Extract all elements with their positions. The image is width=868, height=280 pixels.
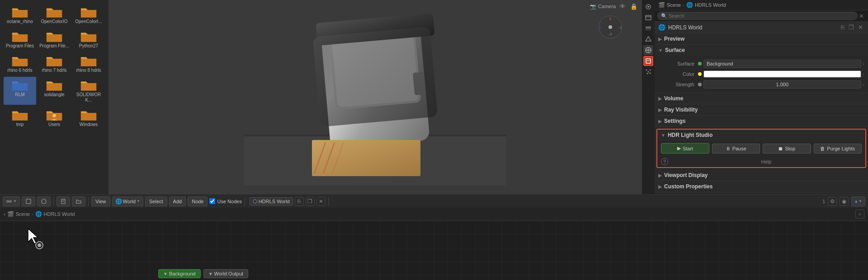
node-copy-btn[interactable]: ⎘ [295, 197, 304, 206]
surface-value-field[interactable]: Background [703, 60, 861, 68]
folder-item[interactable]: solidangle [38, 77, 71, 105]
node-delete-btn[interactable]: ✕ [316, 197, 326, 206]
folder-label: Program File... [39, 43, 69, 49]
folder-label: Program Files [6, 43, 34, 49]
toolbar-settings-btn[interactable]: ⚙ [828, 197, 837, 206]
view-mode-2-button[interactable] [37, 196, 51, 206]
world-icon: 🌐 [115, 198, 122, 205]
viewport-lock-button[interactable]: 🔒 [629, 2, 638, 11]
hdr-section-header[interactable]: ▼ HDR Light Studio [657, 130, 865, 140]
prop-icon-particles[interactable] [643, 67, 653, 77]
folder-item[interactable]: Program File... [38, 28, 71, 51]
viewport-eye-button[interactable]: 👁 [618, 2, 627, 11]
folder-item[interactable]: SOLIDWORK... [72, 77, 105, 105]
volume-section-header[interactable]: ▶ Volume [655, 93, 868, 104]
folder-item[interactable]: OpenColorIO [38, 4, 71, 26]
node-duplicate-btn[interactable]: ❐ [306, 197, 315, 206]
node-close-button[interactable]: ✕ [857, 23, 864, 31]
color-arrow-right[interactable]: › [863, 72, 864, 77]
folder-grid: octane_rhino OpenColorIO [4, 4, 105, 129]
breadcrumb-expand-icon[interactable]: › [4, 211, 5, 217]
prop-icon-scene[interactable] [643, 34, 653, 44]
node-editor-collapse-btn[interactable]: › [855, 210, 864, 219]
settings-label: Settings [664, 118, 685, 124]
hdr-stop-button[interactable]: ⏹ Stop [763, 144, 811, 154]
custom-properties-header[interactable]: ▶ Custom Properties [655, 181, 868, 192]
surface-arrow-right[interactable]: › [863, 61, 864, 66]
world-label: World [123, 199, 136, 204]
surface-section-header[interactable]: ▼ Surface [655, 45, 868, 56]
folder-item[interactable]: rhino 8 hdrls [72, 52, 105, 75]
folder-item[interactable]: Windows [72, 107, 105, 129]
view-menu-button[interactable]: View [91, 196, 110, 206]
folder-rlm-item[interactable]: RLM [4, 77, 36, 105]
prop-icon-view-layer[interactable] [643, 23, 653, 33]
node-duplicate-button[interactable]: ❐ [847, 23, 855, 31]
node-editor-canvas[interactable]: ▼ Background ▼ World Output [0, 221, 868, 280]
background-btn-label: Background [169, 271, 196, 276]
preview-section-header[interactable]: ▶ Preview [655, 33, 868, 44]
ray-visibility-label: Ray Visibility [664, 107, 698, 113]
folder-item[interactable]: rhino 7 hdrls [38, 52, 71, 75]
view-mode-button[interactable] [22, 196, 35, 206]
folder-item[interactable]: tmp [4, 107, 36, 129]
stop-icon: ⏹ [778, 146, 783, 151]
use-nodes-checkbox[interactable] [209, 198, 215, 204]
add-menu-button[interactable]: Add [169, 196, 186, 206]
add-menu-label: Add [173, 199, 182, 204]
strength-arrow-right[interactable]: › [863, 82, 864, 87]
folder-users-item[interactable]: Users [38, 107, 71, 129]
breadcrumb-world-icon: 🌐 [686, 2, 693, 8]
folder-item[interactable]: Python27 [72, 28, 105, 51]
search-close-button[interactable]: ✕ [858, 12, 865, 20]
viewport[interactable]: 📷 Camera 👁 🔒 [108, 0, 642, 194]
folder-label: SOLIDWORK... [73, 92, 104, 103]
hdr-help-text[interactable]: Help [671, 159, 862, 164]
prop-icon-render[interactable] [643, 2, 653, 12]
folder-icon [46, 54, 63, 68]
select-menu-label: Select [149, 199, 163, 204]
folder-label: OpenColorIO [41, 19, 68, 24]
hdr-pause-button[interactable]: ⏸ Pause [712, 144, 760, 154]
prop-icon-output[interactable] [643, 13, 653, 23]
view-mode-2-icon [41, 199, 47, 204]
new-file-button[interactable] [57, 196, 70, 206]
folder-item[interactable]: rhino 6 hdrls [4, 52, 36, 75]
properties-search-input[interactable] [657, 12, 858, 20]
folder-item[interactable]: OpenColorI... [72, 4, 105, 26]
node-menu-button[interactable]: Node [188, 196, 208, 206]
world-dropdown[interactable]: 🌐 World ▼ [112, 196, 143, 206]
viewport-display-header[interactable]: ▶ Viewport Display [655, 170, 868, 181]
color-value-field[interactable] [703, 70, 861, 78]
properties-panel: 🎬 Scene › 🌐 HDRLS World 🔍 ✕ 🌐 H [642, 0, 868, 194]
surface-toggle-icon: ▼ [658, 48, 663, 53]
folder-item[interactable]: octane_rhino [4, 4, 36, 26]
settings-section-header[interactable]: ▶ Settings [655, 116, 868, 126]
editor-type-dropdown[interactable]: ▼ [3, 196, 20, 206]
prop-icon-world[interactable] [643, 45, 653, 55]
prop-scene-icon: 🎬 [658, 2, 665, 8]
properties-breadcrumb-header: 🎬 Scene › 🌐 HDRLS World [655, 0, 868, 10]
preview-toggle-icon: ▶ [658, 37, 662, 42]
hdr-start-button[interactable]: ▶ Start [661, 143, 709, 154]
hdr-help-icon[interactable]: ? [661, 158, 668, 165]
folder-item[interactable]: Program Files [4, 28, 36, 51]
node-copy-button[interactable]: ⎘ [840, 23, 846, 31]
viewport-nav-gizmo[interactable]: Z -Z Y -Y [597, 14, 624, 42]
toolbar-mode-dropdown[interactable]: ● ▼ [851, 196, 865, 206]
folder-label: Users [48, 122, 60, 127]
background-node-btn[interactable]: ▼ Background [158, 269, 201, 278]
prop-icon-object[interactable] [643, 56, 653, 66]
hdrls-world-badge[interactable]: ⬡ HDRLS World [250, 197, 293, 205]
toolbar-overlay-btn[interactable]: ◉ [840, 197, 849, 206]
hdr-purge-lights-button[interactable]: 🗑 Purge Lights [814, 144, 862, 154]
use-nodes-checkbox-label[interactable]: Use Nodes [209, 198, 241, 204]
open-file-button[interactable] [72, 196, 85, 206]
world-output-node-btn[interactable]: ▼ World Output [203, 269, 249, 278]
folder-label: solidangle [44, 92, 64, 98]
select-menu-button[interactable]: Select [145, 196, 167, 206]
strength-number-field[interactable]: 1.000 [703, 80, 861, 89]
node-header: 🌐 HDRLS World ⎘ ❐ ✕ [655, 22, 868, 33]
ray-visibility-header[interactable]: ▶ Ray Visibility [655, 104, 868, 115]
node-editor-breadcrumb: › 🎬 Scene › 🌐 HDRLS World › [0, 208, 868, 221]
